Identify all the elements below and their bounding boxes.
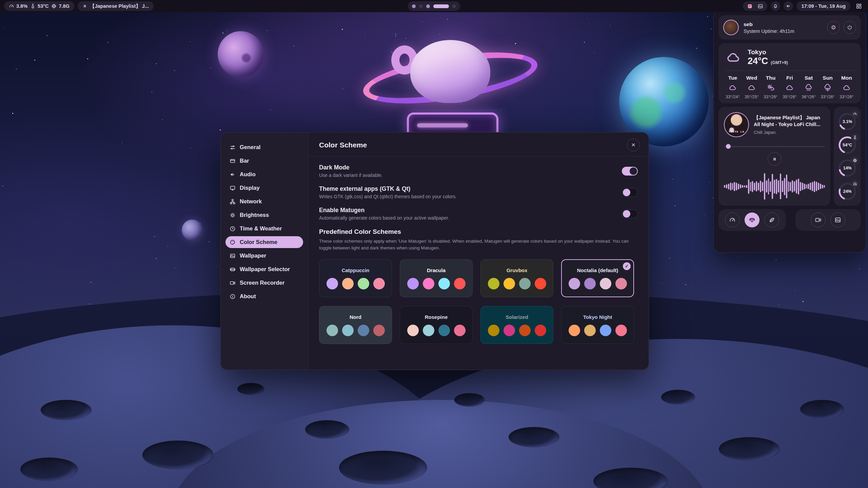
toggle-enable-matugen[interactable] bbox=[622, 209, 638, 218]
quick-actions-card bbox=[795, 209, 861, 231]
crater bbox=[142, 441, 214, 469]
star bbox=[4, 27, 5, 28]
volume-button[interactable] bbox=[784, 1, 793, 11]
workspace-dot-empty[interactable] bbox=[452, 4, 456, 8]
visualizer-bar bbox=[776, 179, 777, 194]
settings-button[interactable]: ⚙ bbox=[827, 21, 840, 34]
progress-handle[interactable] bbox=[726, 144, 731, 149]
star bbox=[216, 266, 217, 266]
sidebar-item-wallpaper-selector[interactable]: Wallpaper Selector bbox=[225, 263, 303, 275]
purple-planet bbox=[218, 31, 264, 77]
clock-pill[interactable]: 17:09 - Tue, 19 Aug bbox=[796, 1, 850, 11]
sidebar-item-color-scheme[interactable]: Color Scheme bbox=[225, 236, 303, 248]
scheme-card-rosepine[interactable]: Rosepine bbox=[400, 306, 473, 344]
sidebar-item-wallpaper[interactable]: Wallpaper bbox=[225, 250, 303, 262]
gauge-disk: 24% bbox=[837, 181, 857, 202]
scheme-card-nord[interactable]: Nord bbox=[319, 306, 392, 344]
star bbox=[12, 113, 13, 114]
star bbox=[584, 42, 585, 43]
bar-media-pill[interactable]: 【Japanese Playlist】 J... bbox=[78, 1, 154, 11]
screen-recorder-button[interactable] bbox=[811, 212, 826, 227]
monitor-icon bbox=[230, 185, 236, 191]
small-planet bbox=[182, 220, 203, 241]
visualizer-bar bbox=[736, 183, 737, 190]
forecast-day: Thu33°/26° bbox=[761, 75, 780, 99]
visualizer-bar bbox=[768, 178, 769, 195]
toggle-dark-mode[interactable] bbox=[622, 167, 638, 176]
scheme-card-noctalia-default[interactable]: Noctalia (default)✓ bbox=[561, 259, 634, 297]
scheme-card-solarized[interactable]: Solarized bbox=[480, 306, 553, 344]
control-panel: seb System Uptime: 4h11m ⚙ Tokyo 24°C (G… bbox=[713, 10, 866, 253]
visualizer-bar bbox=[794, 181, 795, 191]
sidebar-item-display[interactable]: Display bbox=[225, 182, 303, 194]
star bbox=[859, 268, 860, 269]
gauge-icon bbox=[853, 112, 857, 116]
sidebar-item-bar[interactable]: Bar bbox=[225, 155, 303, 167]
play-pause-button[interactable] bbox=[768, 152, 781, 166]
scheme-card-gruvbox[interactable]: Gruvbox bbox=[480, 259, 553, 297]
setting-title: Enable Matugen bbox=[319, 207, 449, 214]
avatar bbox=[723, 20, 739, 35]
close-icon: ✕ bbox=[631, 142, 636, 148]
wallpaper-button[interactable] bbox=[830, 212, 845, 227]
sidebar-item-network[interactable]: Network bbox=[225, 196, 303, 207]
color-swatch bbox=[504, 325, 515, 336]
scheme-name: Rosepine bbox=[425, 314, 448, 320]
scheme-card-tokyo-night[interactable]: Tokyo Night bbox=[561, 306, 634, 344]
media-progress-bar[interactable] bbox=[724, 144, 825, 149]
notifications-button[interactable] bbox=[771, 1, 780, 11]
pause-icon bbox=[82, 4, 87, 8]
star bbox=[226, 30, 227, 31]
toggle-theme-external-apps-gtk-qt[interactable] bbox=[622, 188, 638, 197]
scheme-name: Dracula bbox=[427, 267, 446, 273]
visualizer-bar bbox=[812, 182, 813, 191]
app-launcher-button[interactable] bbox=[854, 1, 864, 11]
sidebar-item-brightness[interactable]: Brightness bbox=[225, 209, 303, 221]
scheme-card-dracula[interactable]: Dracula bbox=[400, 259, 473, 297]
sidebar-item-label: Brightness bbox=[240, 212, 269, 218]
sidebar-item-time-weather[interactable]: Time & Weather bbox=[225, 223, 303, 235]
sidebar-item-screen-recorder[interactable]: Screen Recorder bbox=[225, 277, 303, 289]
image-icon bbox=[834, 217, 841, 223]
workspace-dot-occupied[interactable] bbox=[412, 4, 416, 8]
power-profile-performance-button[interactable] bbox=[725, 212, 740, 227]
star bbox=[669, 258, 670, 259]
star bbox=[711, 28, 711, 29]
sidebar-item-general[interactable]: General bbox=[225, 141, 303, 153]
audio-visualizer bbox=[724, 173, 825, 200]
power-button[interactable] bbox=[843, 21, 856, 34]
color-swatch bbox=[519, 278, 531, 289]
video-icon bbox=[815, 217, 822, 223]
power-profile-balanced-button[interactable] bbox=[745, 212, 760, 227]
close-button[interactable]: ✕ bbox=[627, 139, 640, 151]
forecast-temps: 35°/26° bbox=[783, 95, 796, 99]
forecast-day-name: Sat bbox=[805, 75, 813, 81]
workspace-dot-active[interactable] bbox=[433, 4, 449, 8]
workspace-indicator[interactable] bbox=[408, 1, 460, 11]
star bbox=[220, 129, 221, 130]
scheme-card-catppuccin[interactable]: Catppuccin bbox=[319, 259, 392, 297]
visualizer-bar bbox=[796, 180, 797, 194]
workspace-dot-empty[interactable] bbox=[419, 4, 423, 8]
tray-app-icon[interactable] bbox=[747, 3, 753, 9]
power-profile-eco-button[interactable] bbox=[764, 212, 779, 227]
sidebar-item-label: Network bbox=[240, 198, 262, 205]
system-tray[interactable] bbox=[743, 1, 767, 11]
media-title: 【Japanese Playlist】 Japan All Night - To… bbox=[754, 115, 825, 128]
forecast-day: Mon33°/26° bbox=[837, 75, 856, 99]
sidebar-item-audio[interactable]: Audio bbox=[225, 168, 303, 180]
visualizer-bar bbox=[754, 183, 755, 190]
sidebar-item-about[interactable]: About bbox=[225, 290, 303, 302]
clock-icon bbox=[230, 226, 236, 232]
scheme-swatches bbox=[488, 278, 546, 289]
workspace-dot-occupied[interactable] bbox=[426, 4, 430, 8]
scheme-swatches bbox=[407, 325, 466, 336]
forecast-day: Fri35°/26° bbox=[780, 75, 799, 99]
system-metrics-pill[interactable]: 3.8%53°C7.8G bbox=[4, 1, 74, 11]
star bbox=[174, 267, 175, 268]
setting-description: Use a dark variant if available. bbox=[319, 172, 383, 178]
scheme-swatches bbox=[569, 278, 627, 289]
tray-image-icon[interactable] bbox=[757, 3, 763, 9]
color-swatch bbox=[438, 325, 450, 336]
visualizer-bar bbox=[820, 184, 821, 189]
